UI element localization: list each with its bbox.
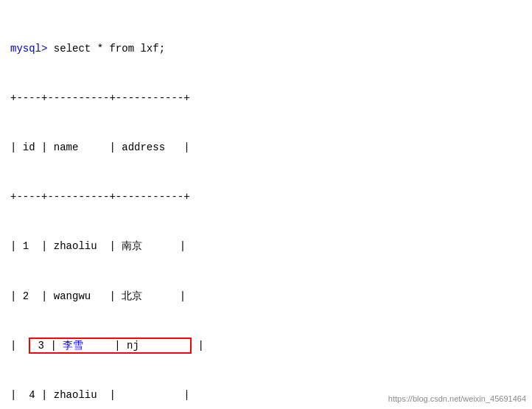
row2: | 2 | wangwu | 北京 | <box>10 288 522 304</box>
row3-name: 李雪 <box>63 340 83 352</box>
sep-1: +----+----------+-----------+ <box>10 90 522 106</box>
watermark: https://blog.csdn.net/weixin_45691464 <box>388 394 526 403</box>
sep-2: +----+----------+-----------+ <box>10 189 522 205</box>
prompt-1: mysql> <box>10 43 47 55</box>
cmd-line-1: mysql> select * from lxf; <box>10 41 522 57</box>
row1: | 1 | zhaoliu | 南京 | <box>10 238 522 254</box>
header-1: | id | name | address | <box>10 139 522 155</box>
terminal-output: mysql> select * from lxf; +----+--------… <box>10 7 522 409</box>
row3-addr: nj <box>127 340 139 352</box>
row3-highlighted: | 3 | 李雪 | nj | <box>10 338 522 354</box>
row3-border: 3 | 李雪 | nj <box>29 338 192 354</box>
